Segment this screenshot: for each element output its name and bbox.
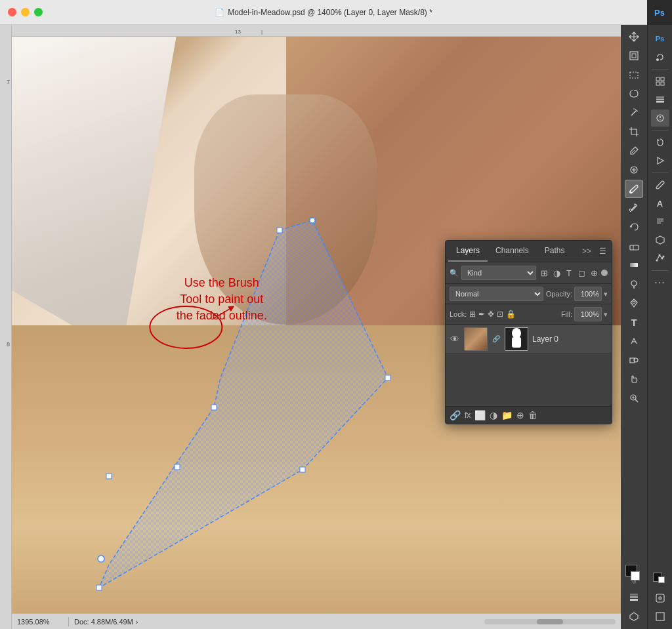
tool-dodge[interactable] — [625, 275, 643, 293]
close-button[interactable] — [8, 8, 16, 16]
tab-paths[interactable]: Paths — [537, 241, 573, 262]
tool-healing[interactable] — [625, 161, 643, 179]
tool-zoom[interactable] — [625, 389, 643, 407]
tool-hand[interactable] — [625, 370, 643, 388]
svg-point-30 — [630, 192, 632, 193]
tool-crop[interactable] — [625, 123, 643, 141]
right-tools-panel: T ↺ — [621, 25, 647, 629]
svg-rect-44 — [630, 599, 638, 601]
lock-artboard-icon[interactable]: ⊡ — [497, 310, 503, 319]
brush-settings-btn[interactable] — [651, 176, 669, 193]
layer-effects-btn[interactable]: fx — [465, 411, 471, 420]
ps-info-btn[interactable]: Ps — [651, 30, 669, 47]
layer-empty-area — [446, 354, 612, 406]
canvas-content[interactable]: Use the Brush Tool to paint out the fade… — [12, 37, 621, 613]
properties-btn[interactable] — [651, 110, 669, 127]
filter-pixel-icon[interactable]: ⊞ — [539, 268, 549, 278]
tool-eraser[interactable] — [625, 237, 643, 255]
title-bar: 📄 Model-in-Meadow.psd @ 1400% (Layer 0, … — [0, 0, 647, 25]
frt-color-swatches[interactable] — [653, 573, 667, 586]
tool-type[interactable]: T — [625, 313, 643, 331]
history-btn[interactable] — [651, 134, 669, 151]
blend-mode-select[interactable]: Normal — [450, 287, 543, 301]
tool-brush[interactable] — [625, 180, 643, 198]
canvas-area[interactable]: 13 | — [12, 25, 621, 629]
filter-select[interactable]: Kind — [461, 266, 536, 280]
svg-rect-21 — [630, 72, 638, 78]
layers-panel: Layers Channels Paths >> ☰ 🔍 Kind ⊞ — [445, 240, 612, 424]
ruler-number-13: 13 — [235, 29, 241, 35]
link-layers-btn[interactable]: 🔗 — [450, 410, 461, 420]
change-screen-btn[interactable] — [651, 608, 669, 625]
opacity-dropdown-icon[interactable]: ▾ — [604, 290, 608, 298]
tool-magic-wand[interactable] — [625, 104, 643, 122]
layers-panel-btn[interactable] — [651, 91, 669, 108]
background-color[interactable] — [631, 571, 640, 580]
scroll-bar[interactable] — [484, 619, 616, 624]
quick-actions-btn[interactable] — [651, 73, 669, 90]
svg-point-34 — [631, 281, 637, 286]
svg-rect-48 — [656, 77, 660, 81]
more-panels-btn[interactable]: ··· — [651, 274, 669, 291]
tool-clone[interactable] — [625, 199, 643, 217]
panel-expand-btn[interactable]: >> — [579, 244, 594, 258]
tool-eyedropper[interactable] — [625, 142, 643, 160]
filter-adjust-icon[interactable]: ◑ — [551, 268, 562, 278]
fill-input[interactable] — [574, 307, 602, 321]
opacity-input[interactable] — [574, 287, 602, 301]
svg-rect-45 — [630, 596, 638, 598]
lock-all-icon[interactable]: 🔒 — [506, 310, 516, 319]
tool-select-rect[interactable] — [625, 66, 643, 84]
delete-layer-btn[interactable]: 🗑 — [528, 410, 537, 420]
tab-layers[interactable]: Layers — [448, 241, 488, 262]
connect-btn[interactable] — [651, 49, 669, 66]
svg-rect-53 — [656, 99, 664, 101]
tool-move[interactable] — [625, 28, 643, 46]
tool-history-brush[interactable] — [625, 218, 643, 236]
panel-tabs: Layers Channels Paths >> ☰ — [446, 241, 612, 262]
fill-dropdown-icon[interactable]: ▾ — [604, 310, 608, 319]
filter-type-icon[interactable]: T — [564, 268, 574, 278]
doc-value: 4.88M/6.49M — [91, 618, 133, 626]
toolbar-separator-4 — [652, 270, 669, 271]
filter-smart-icon[interactable]: ⊕ — [589, 268, 599, 278]
para-panel-btn[interactable] — [651, 213, 669, 230]
panel-tab-actions: >> ☰ — [579, 244, 609, 258]
tool-lasso[interactable] — [625, 85, 643, 103]
select-mask-btn[interactable] — [651, 232, 669, 249]
svg-point-36 — [633, 301, 635, 304]
foreground-bg-swatches[interactable] — [625, 565, 642, 579]
tool-layers-icon[interactable] — [625, 588, 643, 607]
maximize-button[interactable] — [34, 8, 43, 16]
layer-item[interactable]: 👁 🔗 Layer 0 — [446, 325, 612, 354]
tool-path-select[interactable] — [625, 332, 643, 350]
char-panel-btn[interactable]: A — [651, 195, 669, 212]
tool-artboard[interactable] — [625, 47, 643, 65]
minimize-button[interactable] — [21, 8, 30, 16]
svg-line-25 — [635, 109, 636, 110]
lock-paint-icon[interactable]: ✒ — [478, 310, 485, 319]
filter-shape-icon[interactable]: ◻ — [576, 268, 587, 278]
tool-gradient[interactable] — [625, 256, 643, 274]
ps-logo-area: Ps — [647, 0, 672, 25]
filter-active-dot — [601, 270, 608, 276]
layer-adjust-btn[interactable]: ◑ — [490, 410, 497, 420]
scroll-thumb[interactable] — [537, 619, 563, 624]
status-expand-btn[interactable]: › — [136, 618, 138, 626]
panel-menu-btn[interactable]: ☰ — [597, 244, 609, 258]
new-layer-btn[interactable]: ⊕ — [516, 410, 524, 420]
layer-visibility-toggle[interactable]: 👁 — [450, 334, 460, 344]
lock-move-icon[interactable]: ✥ — [488, 310, 494, 319]
layer-thumbnail — [464, 327, 488, 351]
path-ops-btn[interactable] — [651, 250, 669, 267]
tool-shape[interactable] — [625, 351, 643, 369]
group-layers-btn[interactable]: 📁 — [501, 410, 513, 420]
lock-pixels-icon[interactable]: ⊞ — [469, 310, 476, 319]
search-icon: 🔍 — [450, 269, 459, 277]
tab-channels[interactable]: Channels — [488, 241, 537, 262]
layer-mask-btn[interactable]: ⬜ — [474, 410, 486, 420]
quick-mask-btn[interactable] — [651, 590, 669, 607]
actions-btn[interactable] — [651, 152, 669, 169]
tool-pen[interactable] — [625, 294, 643, 312]
tool-3d-icon[interactable] — [625, 607, 643, 626]
